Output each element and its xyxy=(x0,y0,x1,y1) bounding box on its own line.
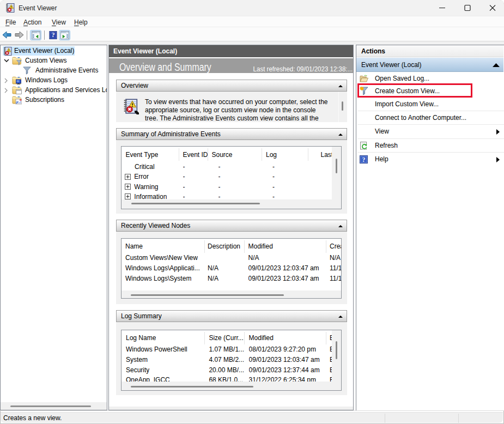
svg-text:?: ? xyxy=(362,156,366,163)
svg-text:?: ? xyxy=(51,31,54,39)
